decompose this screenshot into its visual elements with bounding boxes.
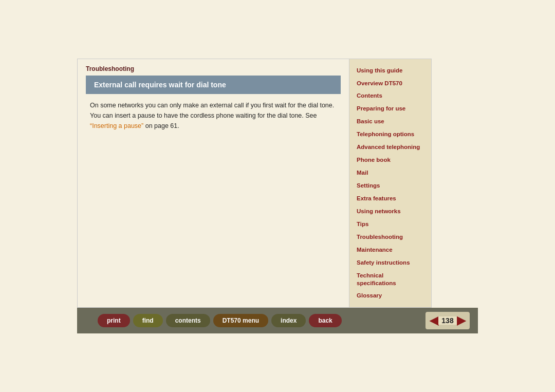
breadcrumb: Troubleshooting bbox=[78, 59, 349, 76]
content-area: Troubleshooting External call requires w… bbox=[77, 59, 349, 308]
content-text: On some networks you can only make an ex… bbox=[78, 100, 349, 139]
toolbar-btn-dt570-menu[interactable]: DT570 menu bbox=[213, 314, 268, 327]
sidebar-item-1[interactable]: Overview DT570 bbox=[349, 77, 431, 90]
sidebar-item-4[interactable]: Basic use bbox=[349, 115, 431, 128]
sidebar-item-8[interactable]: Mail bbox=[349, 166, 431, 179]
sidebar-item-7[interactable]: Phone book bbox=[349, 154, 431, 166]
sidebar-item-2[interactable]: Contents bbox=[349, 89, 431, 102]
sidebar: Using this guideOverview DT570ContentsPr… bbox=[349, 59, 432, 308]
toolbar-btn-contents[interactable]: contents bbox=[166, 314, 210, 327]
sidebar-item-11[interactable]: Using networks bbox=[349, 205, 431, 218]
sidebar-item-0[interactable]: Using this guide bbox=[349, 64, 431, 77]
toolbar-btn-print[interactable]: print bbox=[98, 314, 130, 327]
outer-wrapper: Troubleshooting External call requires w… bbox=[0, 0, 555, 392]
sidebar-item-3[interactable]: Preparing for use bbox=[349, 102, 431, 115]
sidebar-item-6[interactable]: Advanced telephoning bbox=[349, 141, 431, 154]
sidebar-item-16[interactable]: Technical specifications bbox=[349, 269, 431, 290]
inserting-pause-link[interactable]: “Inserting a pause” bbox=[90, 122, 143, 129]
sidebar-item-5[interactable]: Telephoning options bbox=[349, 128, 431, 141]
sidebar-item-10[interactable]: Extra features bbox=[349, 192, 431, 205]
toolbar-btn-find[interactable]: find bbox=[133, 314, 163, 327]
toolbar-btn-back[interactable]: back bbox=[309, 314, 341, 327]
toolbar-buttons: printfindcontentsDT570 menuindexback bbox=[77, 314, 425, 327]
sidebar-item-13[interactable]: Troubleshooting bbox=[349, 231, 431, 244]
toolbar-right: ◀ 138 ▶ bbox=[425, 312, 478, 329]
page-number: 138 bbox=[438, 316, 457, 325]
toolbar-btn-index[interactable]: index bbox=[271, 314, 306, 327]
sidebar-item-17[interactable]: Glossary bbox=[349, 289, 431, 302]
main-container: Troubleshooting External call requires w… bbox=[77, 59, 478, 308]
next-page-arrow[interactable]: ▶ bbox=[457, 314, 466, 327]
section-header: External call requires wait for dial ton… bbox=[86, 76, 341, 94]
prev-page-arrow[interactable]: ◀ bbox=[430, 314, 438, 327]
sidebar-item-9[interactable]: Settings bbox=[349, 179, 431, 192]
sidebar-item-12[interactable]: Tips bbox=[349, 218, 431, 231]
sidebar-item-15[interactable]: Safety instructions bbox=[349, 256, 431, 269]
sidebar-item-14[interactable]: Maintenance bbox=[349, 244, 431, 256]
toolbar: printfindcontentsDT570 menuindexback ◀ 1… bbox=[77, 308, 478, 333]
page-navigation: ◀ 138 ▶ bbox=[425, 312, 470, 329]
